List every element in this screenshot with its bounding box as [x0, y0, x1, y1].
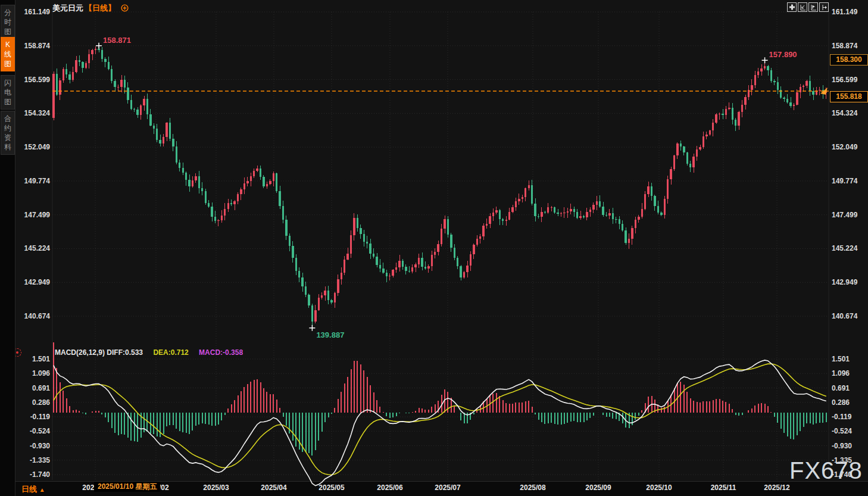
- price-tick-label: 154.324: [832, 109, 857, 117]
- macd-tick-label: 0.286: [14, 398, 50, 407]
- price-tick-label: 161.149: [832, 8, 857, 16]
- macd-hist-label: MACD:-0.358: [199, 348, 243, 357]
- add-circle-icon[interactable]: [121, 4, 129, 14]
- date-tick-label: 2025/04: [253, 483, 295, 492]
- macd-tick-label: 1.096: [832, 369, 850, 378]
- macd-tick-label: -0.524: [832, 427, 852, 435]
- macd-tick-label: 1.096: [14, 369, 50, 378]
- date-tick-label: 2025/06: [369, 483, 411, 492]
- annotation-139.887: 139.887: [316, 330, 344, 339]
- price-tick-label: 152.049: [832, 143, 857, 151]
- annotation-157.890: 157.890: [769, 50, 797, 59]
- macd-dea-label: DEA:0.712: [153, 348, 188, 357]
- macd-tick-label: 1.501: [832, 355, 850, 363]
- price-tick-label: 142.949: [14, 278, 50, 286]
- price-tick-label: 158.874: [832, 42, 857, 50]
- macd-tick-label: -1.335: [14, 456, 50, 464]
- price-marker-155.818: 155.818: [830, 91, 868, 102]
- price-tick-label: 142.949: [832, 278, 857, 286]
- crosshair-date-tooltip: 2025/01/10 星期五: [94, 482, 160, 492]
- macd-diff-label: MACD(26,12,9) DIFF:0.533: [55, 348, 143, 357]
- sidebar-tab-1[interactable]: 分时图: [1, 5, 15, 39]
- pan-right-icon: [820, 4, 828, 11]
- price-tick-label: 156.599: [832, 76, 857, 84]
- chart-plot-area[interactable]: [52, 10, 829, 480]
- axis-compress-button[interactable]: [798, 2, 807, 12]
- price-tick-label: 152.049: [14, 143, 50, 151]
- sidebar-tab-2[interactable]: K线图: [1, 37, 15, 71]
- brand-watermark: FX678: [789, 457, 863, 484]
- sidebar-tab-4[interactable]: 合约资料: [1, 111, 15, 155]
- period-selector[interactable]: 日线 ▲: [21, 484, 45, 495]
- move-crosshair-icon: [788, 4, 796, 11]
- chart-titlebar: 美元日元【日线】: [52, 3, 129, 14]
- price-tick-label: 140.674: [832, 312, 857, 320]
- price-tick-label: 158.874: [14, 42, 50, 50]
- symbol-title: 美元日元: [52, 4, 83, 13]
- date-tick-label: 2025/09: [577, 483, 619, 492]
- axis-compress-icon: [799, 4, 807, 11]
- macd-tick-label: 0.286: [832, 398, 850, 407]
- price-tick-label: 154.324: [14, 109, 50, 117]
- macd-tick-label: 0.691: [14, 384, 50, 392]
- date-tick-label: 2025/12: [756, 483, 798, 492]
- axis-flag-button[interactable]: [808, 2, 818, 12]
- chevron-up-icon: ▲: [39, 486, 45, 493]
- date-tick-label: 2025/07: [427, 483, 469, 492]
- macd-tick-label: -0.119: [14, 413, 50, 421]
- macd-tick-label: -1.740: [14, 470, 50, 479]
- sidebar-tab-3[interactable]: 闪电图: [1, 75, 15, 110]
- period-selector-label: 日线: [21, 485, 37, 494]
- macd-tick-label: -0.119: [832, 413, 851, 421]
- macd-tick-label: -0.930: [832, 442, 852, 450]
- annotation-158.871: 158.871: [103, 36, 131, 45]
- price-marker-158.300: 158.300: [830, 54, 868, 65]
- price-tick-label: 140.674: [14, 312, 50, 320]
- price-tick-label: 149.774: [832, 177, 857, 185]
- price-tick-label: 156.599: [14, 76, 50, 84]
- date-tick-label: 2025/05: [311, 483, 352, 492]
- macd-tick-label: -0.930: [14, 442, 50, 450]
- period-tag[interactable]: 【日线】: [85, 4, 115, 13]
- chart-toolbar: [787, 2, 829, 12]
- move-crosshair-button[interactable]: [787, 2, 797, 12]
- price-tick-label: 161.149: [14, 8, 50, 16]
- price-tick-label: 145.224: [832, 244, 857, 252]
- date-tick-label: 2025/03: [195, 483, 237, 492]
- sidebar: 分时图K线图闪电图合约资料: [0, 0, 15, 496]
- macd-header: MACD(26,12,9) DIFF:0.533 DEA:0.712 MACD:…: [55, 348, 251, 357]
- macd-tick-label: 1.501: [14, 355, 50, 363]
- pan-right-button[interactable]: [819, 2, 829, 12]
- date-tick-label: 2025/11: [702, 483, 744, 492]
- date-tick-label: 2025/10: [638, 483, 680, 492]
- price-tick-label: 149.774: [14, 177, 50, 185]
- price-tick-label: 147.499: [832, 211, 857, 219]
- date-tick-label: 2025/08: [512, 483, 554, 492]
- macd-tick-label: 0.691: [832, 384, 850, 392]
- axis-flag-icon: [810, 4, 817, 11]
- macd-tick-label: -0.524: [14, 427, 50, 435]
- price-tick-label: 145.224: [14, 244, 50, 252]
- price-tick-label: 147.499: [14, 211, 50, 219]
